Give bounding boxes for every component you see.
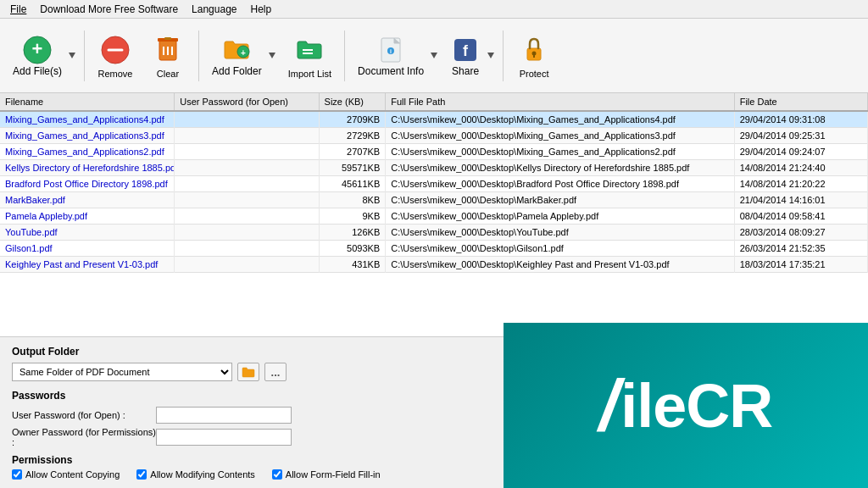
document-info-icon: i <box>376 35 406 65</box>
browse-dots-button[interactable]: ... <box>264 363 287 381</box>
add-folder-button[interactable]: + Add Folder <box>204 24 266 88</box>
menu-download[interactable]: Download More Free Software <box>33 2 185 17</box>
add-files-dropdown-arrow[interactable] <box>66 24 79 88</box>
menu-language[interactable]: Language <box>185 2 243 17</box>
svg-marker-19 <box>431 53 437 58</box>
import-list-label: Import List <box>288 69 331 79</box>
cell-filedate: 29/04/2014 09:24:07 <box>734 144 867 160</box>
import-list-button[interactable]: Import List <box>281 24 339 88</box>
cell-size: 2709KB <box>319 111 386 128</box>
allow-modifying-contents-label: Allow Modifying Contents <box>150 469 255 480</box>
add-folder-dropdown-arrow[interactable] <box>266 24 279 88</box>
add-folder-icon: + <box>221 35 252 65</box>
cell-filename: Mixing_Games_and_Applications3.pdf <box>0 128 175 144</box>
cell-filedate: 26/03/2014 21:52:35 <box>734 241 867 257</box>
output-folder-select[interactable]: Same Folder of PDF Document Custom Folde… <box>12 363 232 381</box>
table-row[interactable]: Keighley Past and Present V1-03.pdf 431K… <box>0 257 868 273</box>
col-path: Full File Path <box>386 93 734 111</box>
protect-label: Protect <box>520 69 549 79</box>
allow-content-copying-item[interactable]: Allow Content Copying <box>12 469 120 480</box>
cell-filepath: C:\Users\mikew_000\Desktop\Mixing_Games_… <box>386 128 734 144</box>
clear-button[interactable]: Clear <box>142 24 193 88</box>
clear-icon <box>151 33 185 67</box>
cell-filepath: C:\Users\mikew_000\Desktop\Gilson1.pdf <box>386 241 734 257</box>
allow-form-field-fill-item[interactable]: Allow Form-Field Fill-in <box>272 469 381 480</box>
cell-size: 431KB <box>319 257 386 273</box>
table-row[interactable]: Mixing_Games_and_Applications4.pdf 2709K… <box>0 111 868 128</box>
cell-password <box>175 257 319 273</box>
add-files-split: + Add File(s) <box>5 24 79 88</box>
cell-filedate: 29/04/2014 09:25:31 <box>734 128 867 144</box>
cell-filepath: C:\Users\mikew_000\Desktop\Bradford Post… <box>386 176 734 192</box>
user-password-input[interactable] <box>156 407 292 424</box>
svg-marker-22 <box>487 53 494 58</box>
cell-password <box>175 111 319 128</box>
table-row[interactable]: MarkBaker.pdf 8KB C:\Users\mikew_000\Des… <box>0 192 868 208</box>
document-info-dropdown-arrow[interactable] <box>428 24 441 88</box>
cell-size: 59571KB <box>319 160 386 176</box>
allow-modifying-contents-checkbox[interactable] <box>136 469 147 480</box>
cell-filename: Mixing_Games_and_Applications4.pdf <box>0 111 175 128</box>
owner-password-input[interactable] <box>156 429 292 446</box>
cell-password <box>175 176 319 192</box>
svg-rect-7 <box>164 37 171 40</box>
allow-content-copying-label: Allow Content Copying <box>25 469 120 480</box>
svg-marker-13 <box>269 53 275 58</box>
document-info-label: Document Info <box>358 65 424 77</box>
cell-filename: Pamela Appleby.pdf <box>0 208 175 225</box>
cell-size: 5093KB <box>319 241 386 257</box>
toolbar: + Add File(s) Remove <box>0 19 868 93</box>
document-info-split: i Document Info <box>350 24 441 88</box>
share-icon: f <box>450 35 481 65</box>
cell-filename: YouTube.pdf <box>0 225 175 241</box>
col-size: Size (KB) <box>319 93 386 111</box>
cell-password <box>175 192 319 208</box>
add-files-button[interactable]: + Add File(s) <box>5 24 66 88</box>
table-row[interactable]: YouTube.pdf 126KB C:\Users\mikew_000\Des… <box>0 225 868 241</box>
add-folder-label: Add Folder <box>212 65 262 77</box>
table-row[interactable]: Mixing_Games_and_Applications3.pdf 2729K… <box>0 128 868 144</box>
menu-help[interactable]: Help <box>243 2 278 17</box>
protect-button[interactable]: Protect <box>509 24 559 88</box>
add-files-label: Add File(s) <box>13 65 62 77</box>
col-password: User Password (for Open) <box>175 93 319 111</box>
menu-file[interactable]: File <box>3 2 33 17</box>
cell-password <box>175 241 319 257</box>
table-row[interactable]: Bradford Post Office Directory 1898.pdf … <box>0 176 868 192</box>
share-dropdown-arrow[interactable] <box>485 24 498 88</box>
svg-text:f: f <box>463 42 469 59</box>
cell-filedate: 29/04/2014 09:31:08 <box>734 111 867 128</box>
clear-label: Clear <box>157 69 179 79</box>
browse-folder-button[interactable] <box>237 363 259 381</box>
remove-button[interactable]: Remove <box>90 24 141 88</box>
cell-password <box>175 225 319 241</box>
table-row[interactable]: Pamela Appleby.pdf 9KB C:\Users\mikew_00… <box>0 208 868 225</box>
col-filename: Filename <box>0 93 175 111</box>
main-content: Filename User Password (for Open) Size (… <box>0 93 868 488</box>
cell-size: 8KB <box>319 192 386 208</box>
table-header-row: Filename User Password (for Open) Size (… <box>0 93 868 111</box>
cell-size: 2707KB <box>319 144 386 160</box>
cell-password <box>175 144 319 160</box>
cell-filedate: 08/04/2014 09:58:41 <box>734 208 867 225</box>
document-info-button[interactable]: i Document Info <box>350 24 428 88</box>
files-table: Filename User Password (for Open) Size (… <box>0 93 868 273</box>
table-row[interactable]: Mixing_Games_and_Applications2.pdf 2707K… <box>0 144 868 160</box>
allow-content-copying-checkbox[interactable] <box>12 469 22 480</box>
files-table-container[interactable]: Filename User Password (for Open) Size (… <box>0 93 868 337</box>
allow-modifying-contents-item[interactable]: Allow Modifying Contents <box>136 469 255 480</box>
share-button[interactable]: f Share <box>442 24 485 88</box>
cell-filepath: C:\Users\mikew_000\Desktop\Mixing_Games_… <box>386 111 734 128</box>
cell-password <box>175 128 319 144</box>
share-split: f Share <box>442 24 498 88</box>
sep2 <box>198 30 199 81</box>
watermark-content: / ileCR <box>599 364 773 447</box>
share-label: Share <box>452 65 479 77</box>
cell-password <box>175 160 319 176</box>
table-row[interactable]: Gilson1.pdf 5093KB C:\Users\mikew_000\De… <box>0 241 868 257</box>
cell-filepath: C:\Users\mikew_000\Desktop\MarkBaker.pdf <box>386 192 734 208</box>
allow-form-field-fill-checkbox[interactable] <box>272 469 282 480</box>
cell-filename: Kellys Directory of Herefordshire 1885.p… <box>0 160 175 176</box>
table-row[interactable]: Kellys Directory of Herefordshire 1885.p… <box>0 160 868 176</box>
cell-size: 126KB <box>319 225 386 241</box>
